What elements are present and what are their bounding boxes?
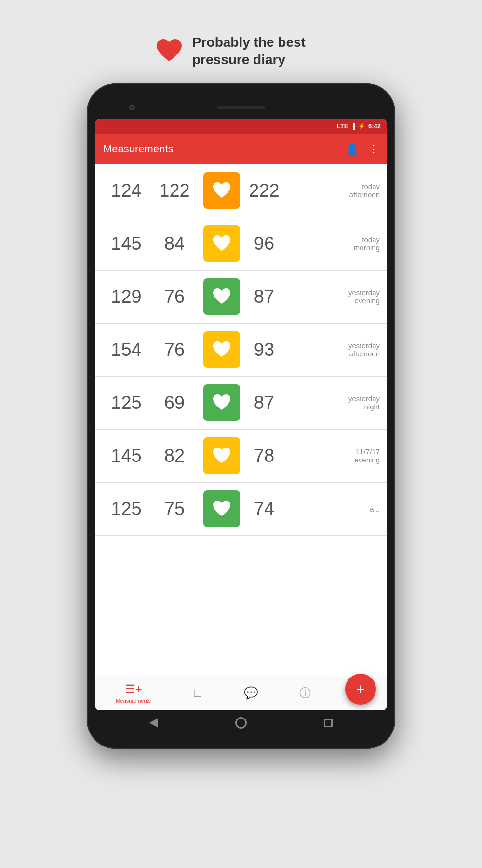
systolic-value: 145 [102, 233, 150, 254]
measurements-list: 124 122 222 today afternoon 145 84 96 [95, 164, 387, 676]
period-label: afternoon [349, 350, 380, 358]
period-label: afternoon [349, 190, 380, 199]
notes-nav-icon: 💬 [244, 686, 258, 700]
pulse-value: 87 [245, 286, 283, 307]
info-nav-icon: ⓘ [299, 685, 311, 701]
systolic-value: 124 [102, 180, 150, 201]
time-info: today morning [283, 235, 380, 252]
heart-icon [212, 340, 232, 359]
time-info: yesterday night [283, 394, 380, 411]
signal-icon: ▐ [351, 123, 355, 130]
heart-indicator [203, 278, 240, 315]
time-info: today afternoon [283, 182, 380, 199]
home-icon [235, 717, 247, 729]
chart-nav-icon: ∟ [192, 686, 203, 700]
pulse-value: 78 [245, 446, 283, 466]
back-icon [149, 718, 158, 728]
phone-bottom-bar [95, 710, 387, 735]
period-label: night [364, 403, 380, 411]
heart-indicator [203, 225, 240, 262]
tagline-text: Probably the best pressure diary [192, 34, 327, 69]
heart-icon [212, 234, 232, 253]
day-label: 11/7/17 [356, 448, 380, 456]
diastolic-value: 76 [150, 339, 199, 360]
diastolic-value: 122 [150, 180, 199, 201]
battery-icon: ⚡ [358, 123, 365, 130]
fab-add-button[interactable]: + [345, 674, 376, 705]
time-info: yesterday evening [283, 288, 380, 305]
heart-icon [212, 447, 232, 465]
diastolic-value: 84 [150, 233, 199, 254]
time-display: 6:42 [368, 122, 381, 130]
app-title: Measurements [103, 143, 346, 155]
table-row[interactable]: 145 84 96 today morning [95, 217, 387, 271]
back-button[interactable] [147, 716, 161, 730]
table-row[interactable]: 129 76 87 yesterday evening [95, 271, 387, 324]
day-label: yesterday [348, 341, 380, 350]
status-bar: LTE ▐ ⚡ 6:42 [95, 119, 387, 134]
period-label: evening [354, 456, 380, 464]
table-row[interactable]: 124 122 222 today afternoon [95, 164, 387, 217]
pulse-value: 93 [245, 339, 283, 360]
day-label: today [362, 182, 380, 190]
table-row[interactable]: 154 76 93 yesterday afternoon [95, 324, 387, 377]
nav-measurements-label: Measurements [116, 698, 151, 704]
table-row[interactable]: 125 69 87 yesterday night [95, 377, 387, 430]
systolic-value: 129 [102, 286, 150, 307]
phone-screen: LTE ▐ ⚡ 6:42 Measurements 👤 ⋮ 124 122 [95, 119, 387, 710]
phone-speaker [217, 106, 265, 109]
heart-indicator [203, 490, 240, 527]
heart-indicator [203, 331, 240, 368]
phone-frame: LTE ▐ ⚡ 6:42 Measurements 👤 ⋮ 124 122 [87, 83, 395, 749]
diastolic-value: 75 [150, 499, 199, 519]
pulse-value: 87 [245, 393, 283, 413]
network-indicator: LTE [337, 122, 348, 130]
phone-camera [129, 105, 135, 110]
bottom-nav: ☰+ Measurements ∟ 💬 ⓘ 🔔 [95, 676, 387, 710]
heart-indicator [203, 384, 240, 421]
heart-icon [212, 500, 232, 518]
measurements-nav-icon: ☰+ [125, 682, 142, 696]
day-label: a... [370, 505, 380, 513]
day-label: yesterday [348, 288, 380, 297]
period-label: evening [354, 297, 380, 305]
diastolic-value: 69 [150, 393, 199, 413]
table-row[interactable]: 145 82 78 11/7/17 evening [95, 430, 387, 483]
systolic-value: 125 [102, 499, 150, 519]
time-info: yesterday afternoon [283, 341, 380, 358]
tagline-section: Probably the best pressure diary [155, 34, 327, 69]
home-button[interactable] [234, 716, 248, 730]
recents-icon [324, 719, 333, 727]
day-label: yesterday [348, 394, 380, 403]
nav-notes[interactable]: 💬 [244, 686, 258, 700]
heart-indicator [203, 437, 240, 474]
phone-top-bar [95, 98, 387, 117]
period-label: morning [354, 244, 380, 252]
heart-icon [212, 181, 232, 200]
nav-info[interactable]: ⓘ [299, 685, 311, 701]
app-bar: Measurements 👤 ⋮ [95, 134, 387, 164]
fab-plus-icon: + [356, 681, 365, 697]
app-bar-icons: 👤 ⋮ [346, 143, 379, 155]
nav-measurements[interactable]: ☰+ Measurements [116, 682, 151, 704]
heart-logo-icon [155, 38, 184, 64]
heart-icon [212, 393, 232, 412]
systolic-value: 145 [102, 446, 150, 466]
pulse-value: 74 [245, 499, 283, 519]
page-wrapper: Probably the best pressure diary LTE ▐ ⚡… [0, 0, 482, 868]
pulse-value: 222 [245, 180, 283, 201]
pulse-value: 96 [245, 233, 283, 254]
time-info: a... [283, 505, 380, 513]
day-label: today [362, 235, 380, 244]
table-row[interactable]: 125 75 74 a... [95, 483, 387, 536]
overflow-menu-icon[interactable]: ⋮ [368, 143, 379, 155]
diastolic-value: 82 [150, 446, 199, 466]
systolic-value: 125 [102, 393, 150, 413]
heart-icon [212, 287, 232, 306]
heart-indicator [203, 172, 240, 209]
systolic-value: 154 [102, 339, 150, 360]
diastolic-value: 76 [150, 286, 199, 307]
profile-icon[interactable]: 👤 [346, 143, 359, 155]
nav-chart[interactable]: ∟ [192, 686, 203, 700]
recents-button[interactable] [321, 716, 335, 730]
